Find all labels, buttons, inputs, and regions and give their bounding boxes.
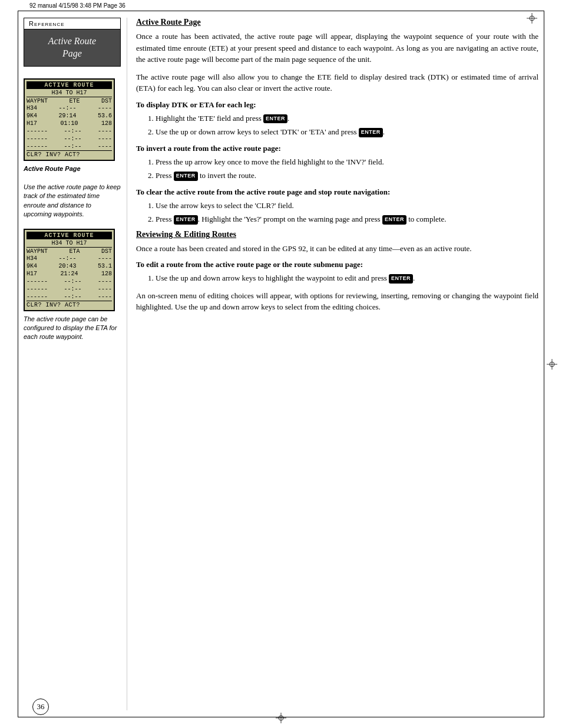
- lcd2-r6-wp: ------: [27, 294, 48, 300]
- section5-para1: Once a route has been created and stored…: [136, 243, 538, 255]
- section1-heading: Active Route Page: [136, 18, 538, 27]
- lcd1-h-dst: DST: [101, 98, 112, 104]
- lcd1-r2-ete: 29:14: [58, 113, 76, 119]
- lcd1-row-1: H34 --:-- ----: [27, 104, 112, 112]
- lcd1-r3-wp: H17: [27, 120, 37, 127]
- lcd2-r6-eta: --:--: [64, 294, 81, 300]
- section4-steps: Use the arrow keys to select the 'CLR?' …: [136, 200, 538, 225]
- lcd2-h-dst: DST: [101, 248, 112, 255]
- enter-button-1: ENTER: [263, 114, 287, 124]
- lcd1-r2-dst: 53.6: [98, 113, 112, 119]
- lcd2-r4-eta: --:--: [64, 278, 81, 285]
- enter-button-3: ENTER: [174, 172, 198, 181]
- section6-step1: Use the up and down arrow keys to highli…: [145, 272, 538, 284]
- section4-step1: Use the arrow keys to select the 'CLR?' …: [145, 200, 538, 212]
- header-text: 92 manual 4/15/98 3:48 PM Page 36: [29, 2, 125, 9]
- sidebar-title-line1: Active Route: [48, 36, 96, 46]
- lcd1-r6-wp: ------: [27, 143, 48, 150]
- lcd1-caption-text: Use the active route page to keep track …: [24, 183, 121, 219]
- lcd1-caption-title: Active Route Page: [24, 165, 81, 172]
- lcd1-header: WAYPNT ETE DST: [27, 97, 112, 104]
- section3-step2: Press ENTER to invert the route.: [145, 170, 538, 182]
- enter-button-2: ENTER: [359, 128, 383, 137]
- lcd1-row-5: ------ --:-- ----: [27, 135, 112, 143]
- section3-steps: Press the up arrow key once to move the …: [136, 156, 538, 182]
- lcd2-r4-wp: ------: [27, 278, 48, 285]
- lcd2-row-2: 9K4 20:43 53.1: [27, 262, 112, 270]
- lcd2-h-eta: ETA: [69, 248, 80, 255]
- lcd1-r4-wp: ------: [27, 128, 48, 134]
- lcd1-row-4: ------ --:-- ----: [27, 127, 112, 135]
- lcd1-r3-dst: 128: [101, 120, 112, 127]
- lcd1-r5-ete: --:--: [64, 136, 81, 142]
- section6-heading: To edit a route from the active route pa…: [136, 260, 538, 269]
- lcd2-r3-dst: 128: [101, 271, 112, 277]
- enter-button-6: ENTER: [389, 274, 413, 284]
- section6-para-after: An on-screen menu of editing choices wil…: [136, 290, 538, 313]
- lcd2-row-6: ------ --:-- ----: [27, 293, 112, 301]
- lcd2-row-3: H17 21:24 128: [27, 270, 112, 278]
- lcd1-row-6: ------ --:-- ----: [27, 143, 112, 150]
- lcd1-r4-dst: ----: [98, 128, 112, 134]
- sidebar-title-box: Active Route Page: [24, 29, 121, 67]
- enter-button-5: ENTER: [382, 215, 406, 225]
- page-content: Reference Active Route Page ACTIVE ROUTE…: [24, 18, 538, 710]
- lcd2-r4-dst: ----: [98, 278, 112, 285]
- section2-steps: Highlight the 'ETE' field and press ENTE…: [136, 113, 538, 138]
- reference-tab: Reference: [24, 18, 121, 29]
- page-header: 92 manual 4/15/98 3:48 PM Page 36: [29, 2, 533, 9]
- lcd2-bottom: CLR? INV? ACT?: [27, 301, 112, 308]
- lcd1-caption-heading: Active Route Page: [24, 164, 121, 173]
- lcd2-row-4: ------ --:-- ----: [27, 278, 112, 285]
- section2-step1: Highlight the 'ETE' field and press ENTE…: [145, 113, 538, 124]
- lcd2-r3-eta: 21:24: [60, 271, 78, 277]
- reg-mark-right-center: [547, 359, 557, 370]
- sidebar: Reference Active Route Page ACTIVE ROUTE…: [24, 18, 127, 710]
- lcd2-title: ACTIVE ROUTE: [27, 232, 112, 239]
- section6-steps: Use the up and down arrow keys to highli…: [136, 272, 538, 284]
- lcd1-r4-ete: --:--: [64, 128, 81, 134]
- lcd2-h-waypnt: WAYPNT: [27, 248, 48, 255]
- lcd1-r1-ete: --:--: [58, 105, 76, 111]
- lcd1-r6-dst: ----: [98, 143, 112, 150]
- lcd2-r1-wp: H34: [27, 255, 37, 262]
- lcd2-r1-dst: ----: [98, 255, 112, 262]
- page-border-left: [18, 11, 18, 717]
- lcd2-r2-eta: 20:43: [58, 263, 76, 269]
- lcd2-r5-dst: ----: [98, 286, 112, 292]
- lcd2-header: WAYPNT ETA DST: [27, 247, 112, 255]
- lcd2-r5-eta: --:--: [64, 286, 81, 292]
- lcd1-r3-ete: 01:10: [60, 120, 78, 127]
- lcd2-row-5: ------ --:-- ----: [27, 285, 112, 293]
- page-border-top: [18, 11, 544, 11]
- lcd1-r1-wp: H34: [27, 105, 37, 111]
- lcd2-r2-dst: 53.1: [98, 263, 112, 269]
- lcd2-subtitle: H34 TO H17: [27, 239, 112, 247]
- lcd2-r5-wp: ------: [27, 286, 48, 292]
- lcd1-row-3: H17 01:10 128: [27, 120, 112, 127]
- section1-para2: The active route page will also allow yo…: [136, 71, 538, 94]
- section4-heading-text: To clear the active route from the activ…: [136, 187, 390, 196]
- lcd1-row-2: 9K4 29:14 53.6: [27, 112, 112, 120]
- sidebar-title-line2: Page: [62, 48, 82, 58]
- lcd2-r3-wp: H17: [27, 271, 37, 277]
- lcd1-bottom: CLR? INV? ACT?: [27, 150, 112, 158]
- section1-para1: Once a route has been activated, the act…: [136, 31, 538, 65]
- lcd2-caption-text: The active route page can be configured …: [24, 315, 121, 342]
- section6-heading-text: To edit a route from the active route pa…: [136, 260, 363, 269]
- lcd1-h-waypnt: WAYPNT: [27, 98, 48, 104]
- section4-step2: Press ENTER. Highlight the 'Yes?' prompt…: [145, 213, 538, 225]
- lcd1-r1-dst: ----: [98, 105, 112, 111]
- lcd1-r5-wp: ------: [27, 136, 48, 142]
- lcd2-r2-wp: 9K4: [27, 263, 37, 269]
- lcd2-r1-eta: --:--: [58, 255, 76, 262]
- main-content: Active Route Page Once a route has been …: [127, 18, 538, 710]
- page-border-right: [544, 11, 544, 717]
- section4-heading: To clear the active route from the activ…: [136, 187, 538, 197]
- lcd2-row-1: H34 --:-- ----: [27, 255, 112, 262]
- section5-heading: Reviewing & Editing Routes: [136, 230, 538, 239]
- enter-button-4: ENTER: [174, 215, 198, 225]
- reg-mark-bottom-center: [276, 713, 286, 723]
- lcd-screen-1: ACTIVE ROUTE H34 TO H17 WAYPNT ETE DST H…: [24, 78, 115, 161]
- section2-heading: To display DTK or ETA for each leg:: [136, 100, 538, 110]
